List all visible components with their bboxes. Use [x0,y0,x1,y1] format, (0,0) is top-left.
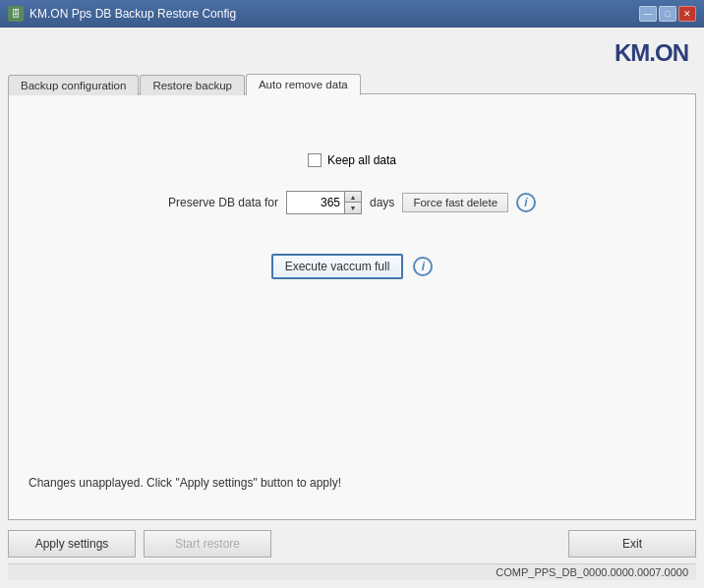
content-panel: Keep all data Preserve DB data for ▲ ▼ d… [8,93,696,520]
window-controls: — □ ✕ [639,6,696,22]
tab-autoremove[interactable]: Auto remove data [246,74,361,95]
brand-logo: KM.ON [615,39,688,67]
execute-vacuum-button[interactable]: Execute vaccum full [271,254,404,279]
vacuum-info-icon[interactable]: i [413,257,433,276]
keep-all-label: Keep all data [327,153,396,167]
start-restore-button[interactable]: Start restore [144,530,271,558]
tabs-container: Backup configuration Restore backup Auto… [8,73,696,94]
spin-down-button[interactable]: ▼ [345,203,361,213]
days-spinbox[interactable]: ▲ ▼ [286,191,362,214]
exit-button[interactable]: Exit [568,530,696,558]
title-bar: 🗄 KM.ON Pps DB Backup Restore Config — □… [0,0,704,28]
maximize-button[interactable]: □ [659,6,676,22]
panel-content: Keep all data Preserve DB data for ▲ ▼ d… [29,114,675,500]
spinbox-arrows: ▲ ▼ [344,192,361,213]
force-delete-info-icon[interactable]: i [516,193,536,212]
status-bar: COMP_PPS_DB_0000.0000.0007.0000 [8,563,696,580]
apply-settings-button[interactable]: Apply settings [8,530,136,558]
force-fast-delete-button[interactable]: Force fast delete [402,193,508,212]
window-body: KM.ON Backup configuration Restore backu… [0,28,704,588]
preserve-row: Preserve DB data for ▲ ▼ days Force fast… [168,191,536,214]
brand-area: KM.ON [8,35,696,71]
status-text: COMP_PPS_DB_0000.0000.0007.0000 [496,566,688,578]
tab-restore[interactable]: Restore backup [140,75,245,95]
close-button[interactable]: ✕ [678,6,696,22]
vacuum-row: Execute vaccum full i [271,254,434,279]
changes-notice: Changes unapplayed. Click "Apply setting… [29,476,341,500]
app-icon: 🗄 [8,6,24,22]
keep-all-checkbox[interactable] [308,153,322,167]
bottom-bar: Apply settings Start restore Exit [8,520,696,563]
preserve-label: Preserve DB data for [168,196,278,209]
days-input[interactable] [287,192,344,213]
minimize-button[interactable]: — [639,6,657,22]
tab-backup[interactable]: Backup configuration [8,75,139,95]
spin-up-button[interactable]: ▲ [345,192,361,203]
window-title: KM.ON Pps DB Backup Restore Config [29,7,236,21]
keep-all-row: Keep all data [308,153,396,167]
days-label: days [370,196,394,209]
